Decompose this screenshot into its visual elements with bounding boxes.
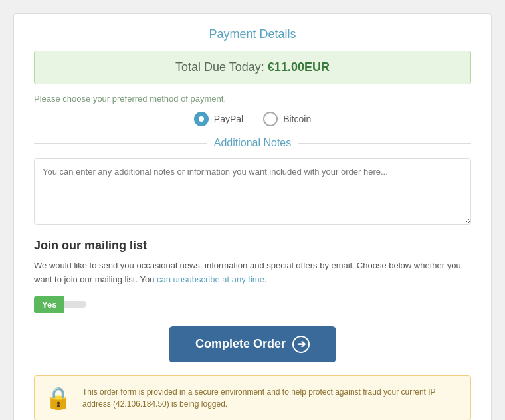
payment-details-title: Payment Details xyxy=(34,27,471,41)
lock-icon: 🔒 xyxy=(45,385,72,411)
toggle-no[interactable] xyxy=(64,301,86,308)
complete-order-label: Complete Order xyxy=(195,337,286,351)
unsubscribe-link[interactable]: can unsubscribe at any time xyxy=(157,274,264,284)
security-text: This order form is provided in a secure … xyxy=(82,386,460,410)
total-amount: €11.00EUR xyxy=(268,60,330,74)
paypal-radio[interactable] xyxy=(194,112,209,126)
toggle-yes[interactable]: Yes xyxy=(34,296,64,313)
complete-order-button[interactable]: Complete Order ➔ xyxy=(169,326,336,362)
complete-order-arrow-icon: ➔ xyxy=(292,336,310,353)
payment-methods: PayPal Bitcoin xyxy=(34,112,471,126)
additional-notes-title: Additional Notes xyxy=(214,137,292,149)
paypal-option[interactable]: PayPal xyxy=(194,112,243,126)
payment-card: Payment Details Total Due Today: €11.00E… xyxy=(13,13,492,420)
paypal-label: PayPal xyxy=(214,114,243,124)
security-notice: 🔒 This order form is provided in a secur… xyxy=(34,375,471,420)
bitcoin-radio[interactable] xyxy=(263,112,278,126)
divider-left xyxy=(34,143,207,144)
mailing-toggle[interactable]: Yes xyxy=(34,296,471,313)
total-label: Total Due Today: xyxy=(175,60,264,74)
payment-instruction: Please choose your preferred method of p… xyxy=(34,94,471,104)
additional-notes-textarea[interactable] xyxy=(34,158,471,225)
complete-order-container: Complete Order ➔ xyxy=(34,326,471,362)
bitcoin-label: Bitcoin xyxy=(283,114,311,124)
divider-right xyxy=(298,143,471,144)
bitcoin-option[interactable]: Bitcoin xyxy=(263,112,311,126)
mailing-list-text: We would like to send you occasional new… xyxy=(34,259,471,287)
additional-notes-divider: Additional Notes xyxy=(34,137,471,149)
total-due-box: Total Due Today: €11.00EUR xyxy=(34,51,471,84)
mailing-list-title: Join our mailing list xyxy=(34,239,471,253)
